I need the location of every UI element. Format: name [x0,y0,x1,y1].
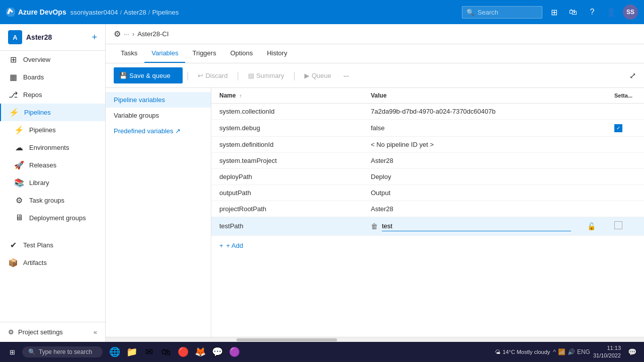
taskbar-sys-icons[interactable]: ^ 📶 🔊 ENG [553,348,590,355]
weather-icon: 🌤 [495,349,501,355]
toolbar-more[interactable]: ··· [341,70,352,81]
checkbox-unchecked[interactable] [614,221,622,229]
nav-item-test-plans[interactable]: ✔ Test Plans [0,236,105,254]
expand-icon[interactable]: ⤢ [629,71,636,80]
project-settings-label: Project settings [18,328,63,336]
add-variable-button[interactable]: + + Add [211,236,644,255]
boards-icon: ▦ [8,72,18,82]
var-checkbox-cell [606,168,644,185]
nav-subitem-deployment-groups[interactable]: 🖥 Deployment groups [0,209,105,226]
project-icon: A [8,30,22,44]
volume-icon[interactable]: 🔊 [568,348,575,355]
left-nav: A Aster28 + ⊞ Overview ▦ Boards ⎇ Repos … [0,24,106,342]
taskbar-search[interactable]: 🔍 Type here to search [22,346,103,357]
add-project-icon[interactable]: + [92,32,97,43]
var-value-cell: < No pipeline ID yet > [363,136,579,152]
help-icon[interactable]: ? [585,5,600,20]
grid-icon[interactable]: ⊞ [546,5,561,20]
project-settings-item[interactable]: ⚙ Project settings « [0,322,105,342]
checkbox-checked[interactable]: ✓ [614,124,622,132]
nav-item-pipelines[interactable]: ⚡ Pipelines [0,104,105,121]
var-value: 7a2da99b-d7bd-4970-a024-7370dc60407b [371,108,496,115]
nav-subitem-environments[interactable]: ☁ Environments [0,139,105,156]
var-value-input[interactable] [382,221,571,231]
tab-options[interactable]: Options [223,44,260,63]
nav-subitem-pipelines-label: Pipelines [29,126,56,134]
table-row: projectRootPathAster28 [211,201,644,217]
person-icon[interactable]: 👤 [604,5,619,20]
chevron-up-icon[interactable]: ^ [553,348,556,355]
var-lock-cell [579,185,606,201]
save-queue-button[interactable]: 💾 Save & queue ▾ [114,67,183,83]
taskbar-app-red[interactable]: 🔴 [175,344,191,360]
bc-project[interactable]: Aster28 [124,9,146,16]
var-name-cell: system.debug [211,120,363,137]
queue-button[interactable]: ▶ Queue [299,70,336,81]
nav-item-overview[interactable]: ⊞ Overview [0,51,105,68]
sort-icon: ↑ [239,93,242,99]
taskbar-app-edge[interactable]: 🌐 [107,344,123,360]
taskbar-notification[interactable]: 💬 [624,344,640,360]
pipelines-sub-icon: ⚡ [14,125,24,135]
nav-item-boards[interactable]: ▦ Boards [0,68,105,86]
taskbar-search-text: Type here to search [39,348,92,355]
nav-subitem-task-groups[interactable]: ⚙ Task groups [0,192,105,209]
variables-content: Name ↑ Value Setta... system.collectionI… [211,88,644,337]
windows-start-button[interactable]: ⊞ [4,344,20,360]
tab-triggers[interactable]: Triggers [185,44,223,63]
lock-icon[interactable]: 🔓 [587,222,596,230]
project-name: Aster28 [26,33,52,41]
nav-subitem-library[interactable]: 📚 Library [0,174,105,192]
top-bar-logo-text: Azure DevOps [18,8,66,16]
var-lock-cell [579,201,606,217]
taskbar-app-explorer[interactable]: 📁 [124,344,140,360]
nav-item-pipelines-label: Pipelines [24,109,51,116]
taskbar-weather[interactable]: 🌤 14°C Mostly cloudy [495,349,550,355]
top-bar-right: 🔍 ⊞ 🛍 ? 👤 SS [462,5,638,20]
task-groups-icon: ⚙ [14,196,24,205]
artifacts-icon: 📦 [8,258,18,267]
bc-pipelines[interactable]: Pipelines [152,9,179,16]
predefined-variables-link[interactable]: Predefined variables ↗ [106,123,211,139]
variables-sidenav: Pipeline variables Variable groups Prede… [106,88,211,337]
avatar[interactable]: SS [623,5,638,20]
deployment-groups-icon: 🖥 [14,213,24,222]
search-input[interactable] [477,9,538,16]
h-scrollbar[interactable] [106,337,644,342]
pipeline-variables-nav[interactable]: Pipeline variables [106,92,211,108]
var-value: Output [371,189,390,197]
nav-item-artifacts[interactable]: 📦 Artifacts [0,254,105,272]
nav-item-overview-label: Overview [23,56,50,63]
taskbar-clock[interactable]: 11:13 31/10/2022 [593,344,621,360]
summary-label: Summary [256,72,284,79]
network-icon[interactable]: 📶 [558,348,566,355]
search-box[interactable]: 🔍 [462,6,542,19]
taskbar-app-teams[interactable]: 💬 [209,344,225,360]
shopping-bag-icon[interactable]: 🛍 [566,5,581,20]
taskbar-app-store[interactable]: 🛍 [158,344,174,360]
var-name: system.collectionId [219,108,275,115]
taskbar-app-firefox[interactable]: 🦊 [192,344,208,360]
left-nav-header: A Aster28 + [0,24,105,51]
taskbar-app-purple[interactable]: 🟣 [226,344,243,360]
variable-groups-nav[interactable]: Variable groups [106,108,211,123]
tab-variables[interactable]: Variables [144,44,185,63]
variables-layout: Pipeline variables Variable groups Prede… [106,88,644,337]
nav-subitem-releases[interactable]: 🚀 Releases [0,156,105,174]
summary-button[interactable]: ▤ Summary [243,70,289,81]
breadcrumb-more[interactable]: ··· [124,30,129,38]
collapse-icon[interactable]: « [94,328,97,336]
discard-button[interactable]: ↩ Discard [193,70,232,81]
toolbar-divider2: | [236,70,239,81]
azure-devops-logo[interactable]: Azure DevOps [6,8,66,17]
nav-item-repos[interactable]: ⎇ Repos [0,86,105,104]
nav-subitem-pipelines[interactable]: ⚡ Pipelines [0,121,105,139]
delete-icon[interactable]: 🗑 [371,222,378,230]
bc-org[interactable]: ssoniyaster0404 [70,9,118,16]
tab-tasks[interactable]: Tasks [114,44,144,63]
dropdown-arrow[interactable]: ▾ [173,70,177,81]
taskbar-app-mail[interactable]: ✉ [141,344,157,360]
tab-history[interactable]: History [260,44,294,63]
discard-icon: ↩ [198,72,203,79]
h-scrollbar-thumb[interactable] [236,338,337,341]
